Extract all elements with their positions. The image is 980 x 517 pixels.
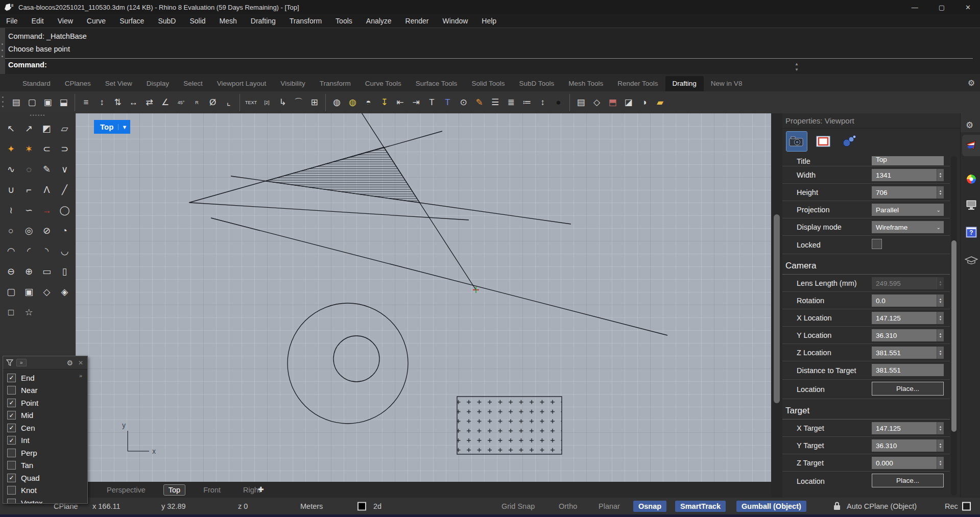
rectangle-3pt-tool[interactable]: ▯ (56, 261, 74, 282)
menu-item-solid[interactable]: Solid (189, 17, 205, 25)
width-field[interactable]: 1341 ▲▼ (872, 169, 944, 181)
height-field[interactable]: 706 ▲▼ (872, 186, 944, 199)
menu-item-mesh[interactable]: Mesh (220, 17, 237, 25)
viewport-canvas[interactable]: yx (76, 113, 771, 482)
x-target-spinner[interactable]: ▲▼ (937, 422, 944, 434)
curve-v-tool[interactable]: ∨ (56, 159, 74, 180)
text-edit-icon[interactable]: T (424, 94, 440, 111)
smarttrack-toggle[interactable]: SmartTrack (675, 501, 726, 512)
toolbar-tab-mesh-tools[interactable]: Mesh Tools (561, 76, 610, 91)
dim-horizontal-icon[interactable]: ↔ (126, 94, 141, 111)
dim-radius-icon[interactable]: R (189, 94, 205, 111)
polygon-edge-tool[interactable]: ◈ (56, 282, 74, 302)
osnap-item-quad[interactable]: ✓ Quad (7, 472, 87, 484)
parabola-tool[interactable]: ∪ (2, 180, 20, 200)
dim-angle-45-icon[interactable]: 45° (173, 94, 189, 111)
polygon-tool[interactable]: ◇ (38, 282, 56, 302)
dim-update-icon[interactable]: ↕ (535, 94, 551, 111)
minimize-button[interactable]: — (912, 4, 918, 11)
rectangle-center-tool[interactable]: ▣ (20, 282, 38, 302)
material-spheres-tab[interactable] (840, 132, 860, 151)
dim-diameter-icon[interactable]: Ø (205, 94, 221, 111)
toolbar-tab-render-tools[interactable]: Render Tools (610, 76, 665, 91)
match-curve-tool[interactable]: ∽ (20, 200, 38, 220)
rounded-rectangle-tool[interactable]: ▢ (2, 282, 20, 302)
osnap-checkbox[interactable]: ✓ (7, 411, 16, 420)
leader-box-icon[interactable]: ⊞ (306, 94, 326, 111)
detail-sheet-icon[interactable]: ◪ (620, 94, 636, 111)
maximize-button[interactable]: ▢ (939, 4, 945, 11)
leader-icon[interactable]: ↳ (275, 94, 291, 111)
menu-item-view[interactable]: View (58, 17, 73, 25)
osnap-item-vertex[interactable]: ✓ Vertex (7, 497, 87, 504)
y-location-spinner[interactable]: ▲▼ (937, 329, 944, 341)
osnap-checkbox[interactable]: ✓ (7, 424, 16, 432)
palette-drag-handle[interactable]: •••••• (0, 113, 76, 118)
ellipse-diameter-tool[interactable]: ⊕ (20, 261, 38, 282)
osnap-close-icon[interactable]: ✕ (78, 359, 83, 366)
dim-rotated-icon[interactable]: ⇄ (141, 94, 157, 111)
rotation-field[interactable]: 0.0 ▲▼ (872, 294, 944, 307)
toolbar-tab-visibility[interactable]: Visibility (273, 76, 313, 91)
width-spinner[interactable]: ▲▼ (937, 169, 944, 181)
select-tool[interactable]: ↖ (2, 118, 20, 139)
record-history-pane[interactable]: Rec (945, 502, 958, 510)
osnap-checkbox[interactable]: ✓ (7, 399, 16, 407)
hatch-icon[interactable]: ◍ (329, 94, 345, 111)
dim-edit-icon[interactable]: ⇤ (392, 94, 408, 111)
distance-field[interactable]: 381.551 (872, 364, 944, 376)
osnap-item-cen[interactable]: ✓ Cen (7, 422, 87, 434)
axis-line-tool[interactable]: → (38, 200, 56, 220)
circle-tool[interactable]: ○ (2, 220, 20, 241)
projection-dropdown[interactable]: Parallel ⌄ (872, 204, 944, 216)
toolbar-tab-drafting[interactable]: Drafting (665, 76, 704, 91)
toolbar-tab-curve-tools[interactable]: Curve Tools (358, 76, 409, 91)
viewport-rect-tab[interactable] (813, 132, 833, 151)
x-location-spinner[interactable]: ▲▼ (937, 312, 944, 324)
menu-item-tools[interactable]: Tools (336, 17, 352, 25)
blend-curve-tool[interactable]: ≀ (2, 200, 20, 220)
menu-item-file[interactable]: File (6, 17, 18, 25)
osnap-checkbox[interactable]: ✓ (7, 449, 16, 457)
viewport-properties-tab[interactable] (786, 132, 807, 151)
dim-verify-icon[interactable]: ⇥ (408, 94, 424, 111)
grid-snap-toggle[interactable]: Grid Snap (501, 502, 535, 510)
dim-angle-icon[interactable]: ∠ (157, 94, 173, 111)
planar-toggle[interactable]: Planar (599, 502, 620, 510)
layer-folder-icon[interactable]: ▰ (652, 94, 668, 111)
osnap-item-end[interactable]: ✓ End (7, 372, 87, 384)
panel-gear-icon[interactable]: ⚙ (966, 120, 973, 131)
osnap-checkbox[interactable]: ✓ (7, 474, 16, 482)
shear-tool[interactable]: ▱ (56, 118, 74, 139)
style-list-a-icon[interactable]: ≣ (503, 94, 519, 111)
command-scrollbar[interactable]: ▲▼ (793, 30, 800, 72)
layout-stack-icon[interactable]: ▤ (573, 94, 589, 111)
curve-points-tool[interactable]: ∿ (2, 159, 20, 180)
osnap-more-icon[interactable]: » (79, 373, 82, 379)
curve-handle-tool[interactable]: ⊃ (56, 139, 74, 159)
color-strip-tab[interactable] (962, 168, 980, 190)
hatch-pattern-icon[interactable]: ◍ (345, 94, 361, 111)
height-spinner[interactable]: ▲▼ (937, 186, 944, 199)
polyline-tool[interactable]: Λ (38, 180, 56, 200)
close-button[interactable]: ✕ (965, 4, 971, 11)
menu-item-render[interactable]: Render (405, 17, 429, 25)
new-viewport-tab-button[interactable]: ✚ (258, 485, 264, 494)
command-gutter[interactable] (0, 28, 5, 74)
dim-ordinate-icon[interactable]: ⌞ (221, 94, 240, 111)
menu-item-analyze[interactable]: Analyze (366, 17, 392, 25)
hatch-boundary-icon[interactable]: ◓ (361, 94, 376, 111)
osnap-item-near[interactable]: ✓ Near (7, 384, 87, 397)
save-as-icon[interactable]: ▣ (40, 94, 56, 111)
new-file-icon[interactable]: ▤ (8, 94, 24, 111)
project-geometry-icon[interactable]: ◇ (589, 94, 605, 111)
plugin-tool[interactable]: ✦ (2, 139, 20, 159)
osnap-item-mid[interactable]: ✓ Mid (7, 409, 87, 422)
viewport-tab-perspective[interactable]: Perspective (102, 485, 150, 495)
gumball-toggle[interactable]: Gumball (Object) (736, 501, 806, 512)
x-target-field[interactable]: 147.125 ▲▼ (872, 422, 944, 434)
arc-tangent-tool[interactable]: ◝ (38, 241, 56, 261)
display-mode-dropdown[interactable]: Wireframe ⌄ (872, 221, 944, 233)
units-pane[interactable]: Meters (300, 502, 323, 510)
viewport-top[interactable]: yx Top ▼ (76, 113, 771, 482)
